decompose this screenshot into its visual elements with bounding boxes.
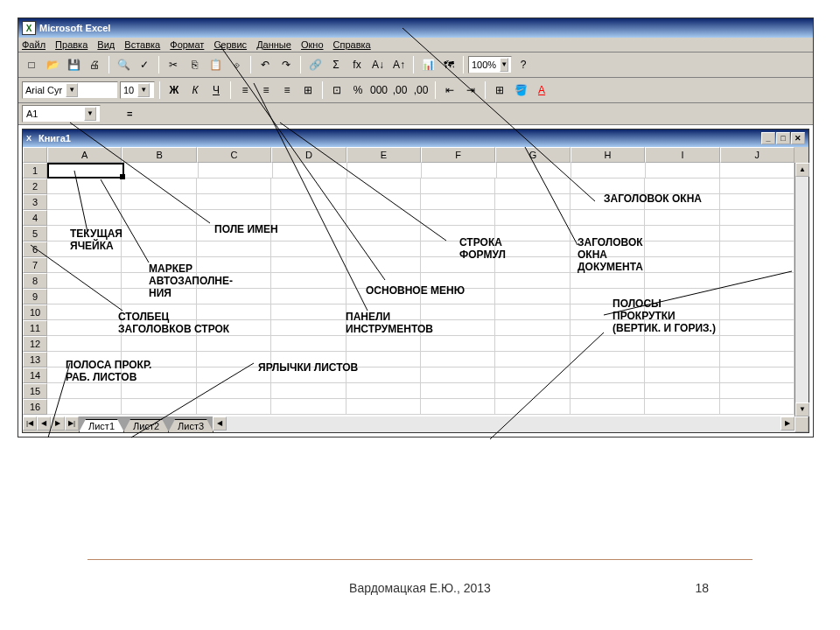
help-icon[interactable]: ?: [514, 55, 533, 74]
column-header-H[interactable]: H: [570, 147, 645, 163]
row-header-15[interactable]: 15: [23, 383, 47, 399]
cell-G11[interactable]: [495, 320, 570, 336]
cell-J7[interactable]: [720, 257, 794, 273]
cell-F12[interactable]: [421, 336, 495, 352]
row-header-5[interactable]: 5: [23, 226, 47, 242]
cell-B2[interactable]: [122, 178, 196, 194]
row-header-4[interactable]: 4: [23, 210, 47, 226]
cell-J10[interactable]: [720, 304, 794, 320]
chevron-down-icon[interactable]: ▼: [66, 83, 78, 97]
maximize-icon[interactable]: □: [776, 132, 790, 144]
cell-A16[interactable]: [47, 399, 122, 415]
inc-dec-icon[interactable]: ,00: [390, 80, 410, 100]
cell-A8[interactable]: [47, 273, 122, 289]
cell-J15[interactable]: [720, 383, 794, 399]
spell-icon[interactable]: ✓: [135, 55, 154, 74]
cell-B12[interactable]: [122, 336, 196, 352]
chart-icon[interactable]: 📊: [418, 55, 438, 74]
cell-D16[interactable]: [271, 399, 346, 415]
align-left-icon[interactable]: ≡: [235, 80, 255, 100]
row-header-9[interactable]: 9: [23, 289, 47, 304]
cell-E15[interactable]: [346, 383, 421, 399]
preview-icon[interactable]: 🔍: [114, 55, 133, 74]
row-header-6[interactable]: 6: [23, 242, 47, 257]
cell-G5[interactable]: [495, 226, 570, 242]
cell-C15[interactable]: [197, 383, 271, 399]
zoom-combo[interactable]: 100%▼: [468, 56, 512, 74]
cell-F1[interactable]: [422, 163, 496, 178]
sheet-scroll[interactable]: |◀ ◀ ▶ ▶|: [23, 416, 79, 432]
cell-F2[interactable]: [421, 178, 495, 194]
paste-icon[interactable]: 📋: [206, 55, 225, 74]
cell-D1[interactable]: [273, 163, 347, 178]
cell-J14[interactable]: [720, 368, 794, 383]
cell-G14[interactable]: [495, 368, 570, 383]
map-icon[interactable]: 🗺: [439, 55, 458, 74]
menu-view[interactable]: Вид: [97, 39, 115, 50]
row-header-16[interactable]: 16: [23, 399, 47, 415]
copy-icon[interactable]: ⎘: [185, 55, 204, 74]
vertical-scrollbar[interactable]: ▲ ▼: [794, 163, 808, 416]
cell-J12[interactable]: [720, 336, 794, 352]
dec-dec-icon[interactable]: ,00: [411, 80, 430, 100]
cell-C6[interactable]: [197, 242, 271, 257]
undo-icon[interactable]: ↶: [256, 55, 275, 74]
cell-H1[interactable]: [571, 163, 646, 178]
cell-E5[interactable]: [346, 226, 421, 242]
cell-G9[interactable]: [495, 289, 570, 304]
menu-help[interactable]: Справка: [333, 39, 371, 50]
currency-icon[interactable]: ⊡: [327, 80, 346, 100]
cell-H12[interactable]: [570, 336, 645, 352]
cell-E3[interactable]: [346, 194, 421, 210]
cell-H16[interactable]: [570, 399, 645, 415]
cell-F14[interactable]: [421, 368, 495, 383]
menu-edit[interactable]: Правка: [55, 39, 88, 50]
menu-tools[interactable]: Сервис: [214, 39, 247, 50]
cell-I5[interactable]: [645, 226, 719, 242]
cell-I4[interactable]: [645, 210, 719, 226]
cell-E4[interactable]: [346, 210, 421, 226]
cell-H14[interactable]: [570, 368, 645, 383]
bold-icon[interactable]: Ж: [164, 80, 184, 100]
row-header-14[interactable]: 14: [23, 368, 47, 383]
cell-H4[interactable]: [570, 210, 645, 226]
scroll-up-icon[interactable]: ▲: [795, 163, 809, 177]
cell-E2[interactable]: [346, 178, 421, 194]
menu-format[interactable]: Формат: [170, 39, 204, 50]
cell-D5[interactable]: [271, 226, 346, 242]
cell-D12[interactable]: [271, 336, 346, 352]
row-header-11[interactable]: 11: [23, 320, 47, 336]
cell-I14[interactable]: [645, 368, 719, 383]
cell-D3[interactable]: [271, 194, 346, 210]
cell-E12[interactable]: [346, 336, 421, 352]
column-header-I[interactable]: I: [645, 147, 719, 163]
italic-icon[interactable]: К: [186, 80, 205, 100]
cell-B4[interactable]: [122, 210, 196, 226]
minimize-icon[interactable]: _: [761, 132, 775, 144]
column-header-B[interactable]: B: [122, 147, 196, 163]
cell-D7[interactable]: [271, 257, 346, 273]
cell-A7[interactable]: [47, 257, 122, 273]
cell-I16[interactable]: [645, 399, 719, 415]
cell-J2[interactable]: [720, 178, 794, 194]
sum-icon[interactable]: Σ: [326, 55, 346, 74]
format-icon[interactable]: ⟐: [227, 55, 246, 74]
cell-D15[interactable]: [271, 383, 346, 399]
cell-J5[interactable]: [720, 226, 794, 242]
percent-icon[interactable]: %: [348, 80, 368, 100]
column-header-G[interactable]: G: [495, 147, 570, 163]
cell-G6[interactable]: [495, 242, 570, 257]
align-right-icon[interactable]: ≡: [277, 80, 297, 100]
row-header-12[interactable]: 12: [23, 336, 47, 352]
font-color-icon[interactable]: A: [532, 80, 551, 100]
cell-F4[interactable]: [421, 210, 495, 226]
merge-icon[interactable]: ⊞: [298, 80, 318, 100]
cell-I1[interactable]: [646, 163, 720, 178]
asc-icon[interactable]: A↓: [368, 55, 388, 74]
cell-H13[interactable]: [570, 352, 645, 368]
cell-I13[interactable]: [645, 352, 719, 368]
scroll-down-icon[interactable]: ▼: [795, 402, 809, 416]
desc-icon[interactable]: A↑: [389, 55, 409, 74]
cell-B6[interactable]: [122, 242, 196, 257]
cell-I12[interactable]: [645, 336, 719, 352]
